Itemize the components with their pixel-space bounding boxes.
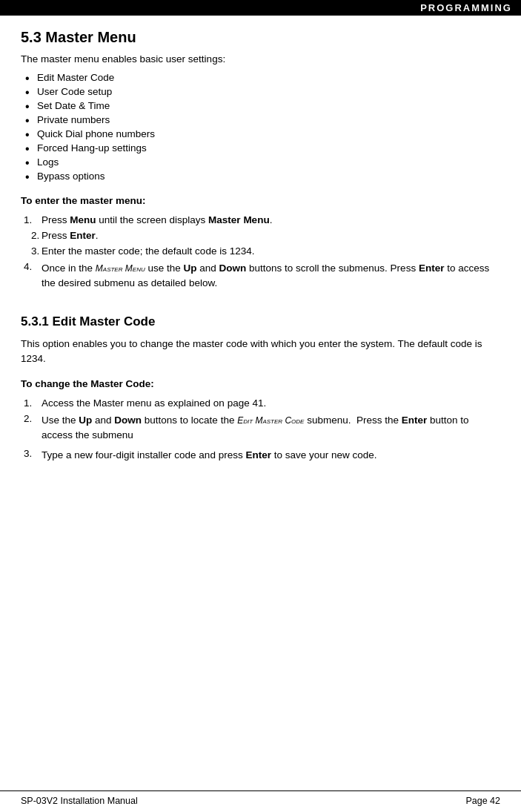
enter-master-menu-heading: To enter the master menu: <box>21 195 500 206</box>
section-5-3-1-title: 5.3.1 Edit Master Code <box>21 314 500 329</box>
list-item: Set Date & Time <box>21 99 500 113</box>
list-item: Edit Master Code <box>21 70 500 85</box>
section-5-3-1-intro: This option enables you to change the ma… <box>21 337 500 367</box>
section-5-3-title: 5.3 Master Menu <box>21 29 500 46</box>
list-item: 1. Press Menu until the screen displays … <box>21 212 500 228</box>
list-item: Logs <box>21 155 500 169</box>
footer-left: SP-03V2 Installation Manual <box>21 796 138 806</box>
main-content: 5.3 Master Menu The master menu enables … <box>0 16 521 521</box>
change-master-code-heading: To change the Master Code: <box>21 378 500 389</box>
list-item: User Code setup <box>21 85 500 99</box>
list-item: Quick Dial phone numbers <box>21 127 500 141</box>
page-container: PROGRAMMING 5.3 Master Menu The master m… <box>0 0 521 812</box>
change-steps-list: 1. Access the Master menu as explained o… <box>21 395 500 465</box>
footer: SP-03V2 Installation Manual Page 42 <box>0 790 521 812</box>
bullet-list: Edit Master Code User Code setup Set Dat… <box>21 70 500 183</box>
header-title: PROGRAMMING <box>420 2 512 13</box>
list-item: 4. Once in the Master Menu use the Up an… <box>21 259 500 294</box>
header-bar: PROGRAMMING <box>0 0 521 16</box>
list-item: Private numbers <box>21 113 500 127</box>
list-item: 3. Type a new four-digit installer code … <box>21 446 500 465</box>
list-item: 2. Use the Up and Down buttons to locate… <box>21 411 500 446</box>
enter-steps-list: 1. Press Menu until the screen displays … <box>21 212 500 294</box>
list-item: 1. Access the Master menu as explained o… <box>21 395 500 411</box>
list-item: Bypass options <box>21 169 500 183</box>
section-5-3-intro: The master menu enables basic user setti… <box>21 53 500 65</box>
list-item: 3. Enter the master code; the default co… <box>21 243 500 259</box>
footer-right: Page 42 <box>465 796 500 806</box>
list-item: 2. Press Enter. <box>21 228 500 243</box>
list-item: Forced Hang-up settings <box>21 141 500 155</box>
